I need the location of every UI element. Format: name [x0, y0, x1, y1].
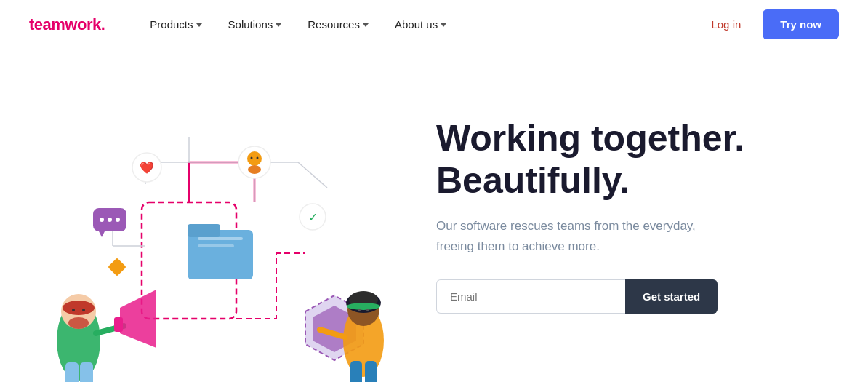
svg-rect-44 [365, 361, 377, 382]
svg-point-17 [100, 218, 104, 222]
navigation: teamwork. Products Solutions Resources A… [0, 0, 868, 49]
hero-subtext: Our software rescues teams from the ever… [436, 216, 727, 255]
svg-rect-21 [108, 258, 126, 276]
logo[interactable]: teamwork. [29, 15, 105, 34]
nav-item-products[interactable]: Products [140, 12, 212, 36]
svg-point-25 [247, 151, 262, 166]
svg-point-50 [366, 309, 369, 311]
nav-item-resources[interactable]: Resources [297, 12, 379, 36]
svg-point-38 [82, 309, 85, 311]
svg-marker-20 [99, 231, 105, 237]
svg-rect-32 [65, 362, 79, 382]
nav-links: Products Solutions Resources About us [140, 12, 701, 36]
svg-rect-11 [188, 224, 220, 237]
svg-line-9 [298, 162, 327, 188]
svg-rect-41 [114, 317, 123, 332]
svg-rect-43 [350, 361, 362, 382]
get-started-button[interactable]: Get started [625, 279, 718, 314]
svg-point-18 [108, 218, 112, 222]
hero-heading-line2: Beautifully. [436, 160, 630, 201]
svg-point-28 [257, 157, 259, 159]
nav-item-solutions[interactable]: Solutions [218, 12, 292, 36]
svg-point-49 [358, 309, 361, 311]
hero-heading-line1: Working together. [436, 118, 744, 159]
svg-point-19 [116, 218, 120, 222]
hero-illustration: ❤️ ✓ [29, 49, 407, 382]
svg-point-35 [63, 301, 95, 315]
chevron-down-icon [363, 23, 369, 27]
hero-section: ❤️ ✓ [0, 49, 868, 382]
svg-rect-33 [80, 362, 93, 382]
logo-text: teamwork [29, 15, 101, 33]
svg-point-26 [248, 165, 261, 174]
svg-text:✓: ✓ [308, 211, 318, 223]
chevron-down-icon [441, 23, 446, 27]
nav-item-about-us[interactable]: About us [385, 12, 457, 36]
hero-text: Working together. Beautifully. Our softw… [407, 118, 868, 313]
svg-point-36 [68, 317, 89, 329]
svg-marker-40 [120, 290, 156, 348]
svg-text:❤️: ❤️ [140, 161, 154, 175]
chevron-down-icon [196, 23, 202, 27]
hero-heading: Working together. Beautifully. [436, 118, 824, 202]
svg-point-27 [251, 157, 253, 159]
email-input[interactable] [436, 279, 625, 314]
svg-point-48 [347, 303, 380, 310]
svg-point-37 [72, 309, 75, 311]
svg-rect-12 [198, 237, 243, 240]
login-button[interactable]: Log in [701, 12, 751, 36]
chevron-down-icon [276, 23, 281, 27]
logo-dot: . [101, 15, 105, 33]
try-now-button[interactable]: Try now [763, 9, 839, 39]
nav-actions: Log in Try now [701, 9, 839, 39]
svg-rect-13 [198, 244, 234, 247]
cta-row: Get started [436, 279, 824, 314]
